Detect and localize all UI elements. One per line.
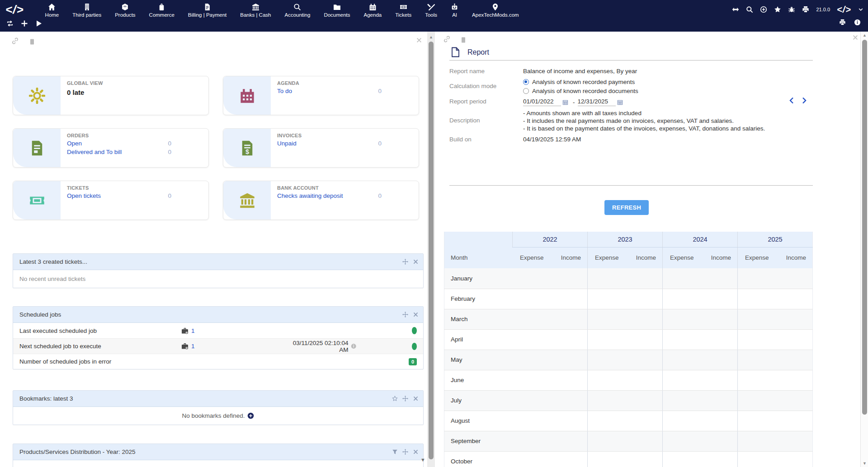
menu-item-documents[interactable]: Documents	[317, 1, 357, 18]
scroll-down-icon[interactable]: ▼	[420, 457, 425, 462]
calc-mode-option[interactable]: Analysis of known recorded payments	[523, 79, 638, 85]
radio-unselected[interactable]	[523, 88, 529, 94]
menu-item-tickets[interactable]: Tickets	[388, 1, 418, 18]
folder-icon	[333, 3, 341, 11]
radio-selected[interactable]	[523, 79, 529, 85]
job-count-link[interactable]: 1	[191, 343, 195, 350]
close-left-panel-icon[interactable]	[416, 37, 422, 43]
chevron-down-icon[interactable]	[858, 7, 863, 12]
right-scrollbar[interactable]: ▲ ▼	[860, 32, 868, 467]
move-icon[interactable]	[402, 449, 408, 455]
year-link-2022[interactable]: 2022	[542, 236, 557, 243]
income-cell	[550, 309, 588, 329]
period-start-input[interactable]	[523, 98, 561, 106]
card-body: BANK ACCOUNTChecks awaiting deposit0	[271, 181, 419, 219]
scroll-up-icon[interactable]: ▲	[427, 33, 435, 41]
menu-item-third-parties[interactable]: Third parties	[66, 1, 108, 18]
year-link-2023[interactable]: 2023	[618, 236, 632, 243]
bug-icon[interactable]	[788, 6, 795, 13]
user-logo[interactable]: </>	[837, 5, 851, 15]
search-icon[interactable]	[746, 6, 753, 13]
expense-cell	[663, 309, 700, 329]
expense-cell	[738, 289, 775, 309]
card-link-checks-awaiting-deposit[interactable]: Checks awaiting deposit	[277, 192, 343, 199]
close-widget-icon[interactable]	[413, 259, 419, 265]
permalink-icon[interactable]	[443, 35, 451, 43]
add-widget-icon[interactable]	[21, 20, 28, 27]
info-icon[interactable]	[854, 19, 861, 26]
play-icon[interactable]	[35, 20, 42, 27]
card-link-to-do[interactable]: To do	[277, 88, 292, 94]
star-outline-icon[interactable]	[392, 396, 398, 402]
print-icon[interactable]	[802, 6, 809, 13]
income-cell	[625, 431, 663, 451]
menu-item-billing-payment[interactable]: Billing | Payment	[181, 1, 233, 18]
expense-cell	[588, 431, 625, 451]
card-link-open-tickets[interactable]: Open tickets	[67, 192, 101, 199]
year-link-2024[interactable]: 2024	[693, 236, 707, 243]
next-period-icon[interactable]	[802, 97, 807, 104]
menu-item-commerce[interactable]: Commerce	[142, 1, 181, 18]
income-cell	[775, 350, 813, 370]
month-name: October	[444, 451, 513, 467]
income-cell	[700, 329, 738, 350]
menu-item-ai[interactable]: AI	[444, 1, 465, 18]
menu-item-home[interactable]: Home	[38, 1, 66, 18]
calendar-picker-icon[interactable]	[617, 99, 623, 105]
close-widget-icon[interactable]	[413, 312, 419, 318]
menu-item-tools[interactable]: Tools	[418, 1, 444, 18]
job-count-link[interactable]: 1	[191, 327, 195, 334]
dashboard-panel: GLOBAL VIEW0 lateAGENDATo do0ORDERSOpen0…	[0, 32, 427, 467]
job-label: Number of scheduled jobs in error	[13, 358, 181, 365]
expense-cell	[738, 350, 775, 370]
permalink-icon[interactable]	[11, 37, 19, 45]
menu-item-agenda[interactable]: Agenda	[357, 1, 389, 18]
right-scrollbar-thumb[interactable]	[862, 40, 867, 415]
menu-item-products[interactable]: Products	[108, 1, 142, 18]
expense-cell	[588, 411, 625, 431]
app-logo[interactable]: </>	[0, 3, 30, 17]
add-bookmark-icon[interactable]	[247, 412, 254, 419]
close-right-panel-icon[interactable]	[852, 34, 859, 41]
menu-item-banks-cash[interactable]: Banks | Cash	[233, 1, 278, 18]
menu-item-accounting[interactable]: Accounting	[278, 1, 317, 18]
income-header-2023: Income	[625, 247, 663, 268]
note-icon[interactable]	[30, 38, 34, 46]
card-icon-zone: $	[223, 129, 271, 167]
expense-cell	[663, 451, 700, 467]
move-icon[interactable]	[402, 259, 408, 265]
expense-cell	[663, 411, 700, 431]
calc-mode-option[interactable]: Analysis of known recorded documents	[523, 88, 638, 94]
expense-header-2025: Expense	[738, 247, 775, 268]
income-cell	[700, 370, 738, 390]
quick-add-icon[interactable]	[760, 6, 767, 13]
calendar-picker-icon[interactable]	[562, 99, 568, 105]
menu-item-apextechmods-com[interactable]: ApexTechMods.com	[465, 1, 526, 18]
year-link-2025[interactable]: 2025	[768, 236, 782, 243]
expense-cell	[663, 268, 700, 289]
shortcuts-icon[interactable]	[732, 6, 739, 13]
card-link-delivered-and-to-bill[interactable]: Delivered and To bill	[67, 149, 122, 155]
month-name: July	[444, 390, 513, 411]
period-end-input[interactable]	[578, 98, 616, 106]
close-widget-icon[interactable]	[413, 396, 419, 402]
card-link-open[interactable]: Open	[67, 140, 82, 147]
refresh-button[interactable]: REFRESH	[604, 200, 649, 215]
filter-icon[interactable]	[392, 449, 398, 455]
scroll-down-icon[interactable]: ▼	[861, 460, 868, 467]
move-icon[interactable]	[402, 396, 408, 402]
card-link-unpaid[interactable]: Unpaid	[277, 140, 297, 147]
previous-period-icon[interactable]	[788, 97, 794, 104]
left-scrollbar-thumb[interactable]	[429, 42, 434, 459]
calculation-mode-label: Calculation mode	[449, 79, 523, 97]
close-widget-icon[interactable]	[413, 449, 419, 455]
swap-boxes-icon[interactable]	[6, 20, 14, 27]
left-scrollbar[interactable]: ▲	[427, 32, 435, 467]
print-page-icon[interactable]	[839, 19, 846, 26]
job-datetime: 03/11/2025 02:10:04 AM	[285, 340, 349, 353]
info-icon	[351, 343, 356, 349]
note-icon[interactable]	[461, 36, 466, 44]
move-icon[interactable]	[402, 312, 408, 318]
bookmark-star-icon[interactable]	[774, 6, 781, 13]
scroll-up-icon[interactable]: ▲	[861, 32, 868, 39]
